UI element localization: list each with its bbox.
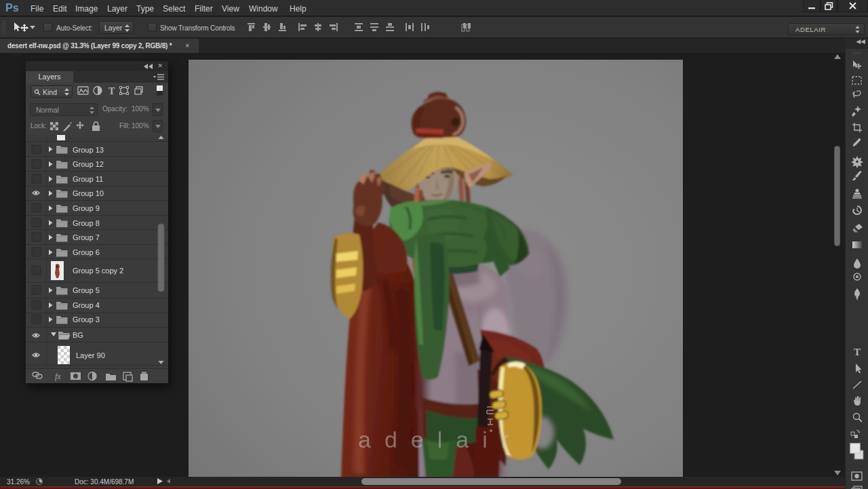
svg-text:Group 8: Group 8 <box>73 219 100 227</box>
svg-text:Group 6: Group 6 <box>73 248 100 256</box>
svg-text:Layer 90: Layer 90 <box>76 351 105 359</box>
svg-text:Group 13: Group 13 <box>73 146 104 154</box>
svg-text:Group 12: Group 12 <box>73 160 104 168</box>
svg-text:Group 11: Group 11 <box>73 175 103 183</box>
svg-text:Group 10: Group 10 <box>73 189 104 197</box>
svg-text:T: T <box>108 86 115 96</box>
svg-text:fx: fx <box>55 372 61 381</box>
svg-text:Group 4: Group 4 <box>73 301 100 309</box>
svg-text:Group 5: Group 5 <box>73 286 100 294</box>
svg-text:adelair: adelair <box>358 427 522 452</box>
svg-text:Group 5 copy 2: Group 5 copy 2 <box>73 267 123 275</box>
svg-text:Group 9: Group 9 <box>73 204 100 212</box>
svg-text:Group 7: Group 7 <box>73 233 100 241</box>
svg-text:Group 3: Group 3 <box>73 315 100 324</box>
svg-text:BG: BG <box>73 331 83 339</box>
svg-text:T: T <box>854 347 861 357</box>
